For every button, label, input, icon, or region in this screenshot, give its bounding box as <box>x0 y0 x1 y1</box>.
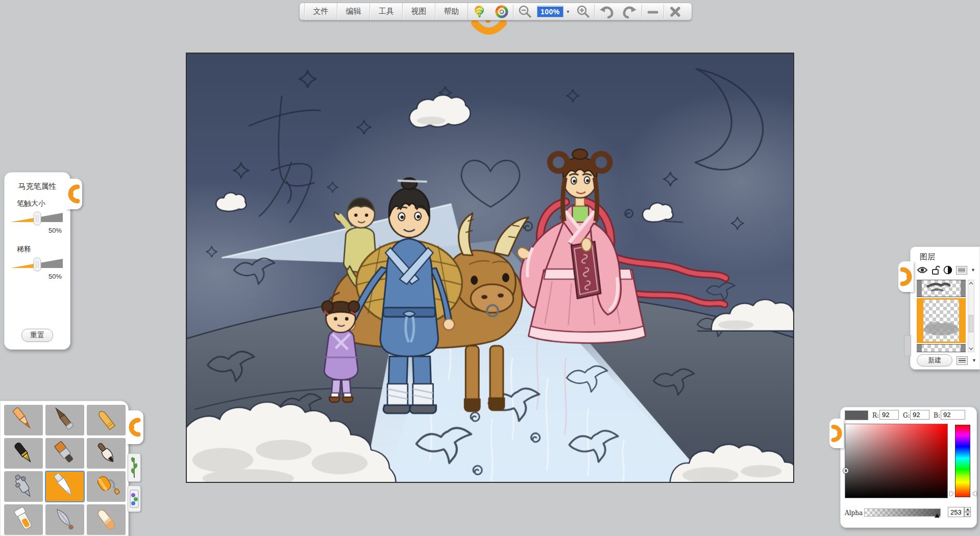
tool-charcoal-stick[interactable] <box>45 405 84 435</box>
layer-menu-caret[interactable]: ▼ <box>971 267 975 273</box>
layer-thumbnail-sketch[interactable] <box>917 280 966 297</box>
plant-icon <box>129 456 139 479</box>
dilute-value: 50% <box>48 273 62 280</box>
tool-colored-pencil[interactable] <box>4 405 43 435</box>
eye-icon[interactable] <box>917 266 928 274</box>
artwork-qixi-scene <box>187 54 793 482</box>
tool-palette-panel <box>0 401 129 536</box>
tool-eraser[interactable] <box>87 504 126 535</box>
alpha-spin-up[interactable] <box>964 507 971 512</box>
drawing-canvas[interactable] <box>186 53 794 483</box>
g-input[interactable] <box>910 410 929 420</box>
tool-flat-brush[interactable] <box>45 438 84 469</box>
tool-knife-pen[interactable] <box>45 504 84 535</box>
dilute-slider[interactable] <box>10 256 65 272</box>
layer-options-menu[interactable] <box>956 266 967 275</box>
scroll-down-arrow[interactable] <box>968 346 974 352</box>
zoom-level-box[interactable]: 100% <box>537 6 564 17</box>
tool-marker[interactable] <box>45 471 84 502</box>
b-label: B: <box>934 412 940 419</box>
orange-c-icon <box>899 266 913 287</box>
orange-c-icon <box>830 424 843 443</box>
plant-stamp-tab[interactable] <box>128 453 141 482</box>
brush-size-value: 50% <box>48 227 62 234</box>
app-window: { "toolbar": { "menus": ["文件", "编辑", "工具… <box>0 0 980 536</box>
marker-properties-panel: 马克笔属性 笔触大小 50% 稀释 50% 重置 <box>4 172 70 350</box>
alpha-slider-marker[interactable] <box>935 514 940 518</box>
alpha-slider[interactable] <box>864 508 941 517</box>
current-color-swatch[interactable] <box>845 410 868 420</box>
layer-thumbnail-selected[interactable] <box>917 298 966 343</box>
menu-file[interactable]: 文件 <box>305 3 337 20</box>
hue-marker-right[interactable] <box>972 491 976 496</box>
reset-button[interactable]: 重置 <box>21 329 53 342</box>
zoom-level-value[interactable]: 100% <box>537 7 563 17</box>
new-layer-menu[interactable] <box>957 356 968 365</box>
opacity-icon[interactable] <box>943 265 952 275</box>
menu-help[interactable]: 帮助 <box>435 3 468 20</box>
b-input[interactable] <box>941 410 965 420</box>
rainbow-tree-icon[interactable] <box>468 3 491 20</box>
scroll-thumb[interactable] <box>969 315 973 332</box>
scroll-up-arrow[interactable] <box>968 280 974 286</box>
alpha-spinner[interactable] <box>964 507 971 517</box>
dilute-label: 稀释 <box>17 245 31 254</box>
undo-icon[interactable] <box>595 3 618 20</box>
unlock-icon[interactable] <box>932 265 940 275</box>
tool-grid <box>4 405 128 535</box>
layers-panel-title: 图层 <box>920 252 935 262</box>
tool-paint-roller[interactable] <box>87 471 126 502</box>
orange-c-icon <box>128 417 141 438</box>
color-panel-collapse-handle[interactable] <box>829 419 844 448</box>
tool-panel-collapse-handle[interactable] <box>126 410 143 444</box>
menu-tools[interactable]: 工具 <box>370 3 403 20</box>
hue-bar[interactable] <box>955 425 970 497</box>
zoom-in-icon[interactable] <box>572 3 594 20</box>
new-layer-button[interactable]: 新建 <box>917 354 952 367</box>
alpha-label: Alpha <box>845 509 863 517</box>
brush-size-label: 笔触大小 <box>17 199 45 208</box>
new-layer-caret[interactable]: ▼ <box>972 358 976 363</box>
saturation-value-field[interactable] <box>845 424 948 498</box>
hidden-panel-stub[interactable] <box>904 335 911 356</box>
layers-panel-collapse-handle[interactable] <box>898 261 914 292</box>
layer-thumbnail-bottom[interactable] <box>917 344 966 352</box>
tool-paint-bottle[interactable] <box>4 504 43 535</box>
layer-list-scrollbar[interactable] <box>968 280 974 352</box>
tool-airbrush[interactable] <box>4 471 43 502</box>
layers-panel: 图层 ▼ <box>910 247 980 370</box>
g-label: G: <box>903 412 910 419</box>
hue-marker-left[interactable] <box>950 491 954 496</box>
r-input[interactable] <box>879 410 899 420</box>
sv-marker[interactable] <box>843 468 848 473</box>
tool-fountain-pen[interactable] <box>4 438 43 469</box>
menu-view[interactable]: 视图 <box>403 3 435 20</box>
rainbow-ring-icon[interactable] <box>491 3 513 20</box>
redo-icon[interactable] <box>618 3 642 20</box>
layer-list <box>917 280 966 352</box>
marker-panel-title: 马克笔属性 <box>5 182 70 191</box>
tool-crayon[interactable] <box>87 405 126 435</box>
marker-panel-collapse-handle[interactable] <box>66 179 82 209</box>
smiley-handle[interactable] <box>470 17 508 42</box>
sticker-icon <box>129 488 139 509</box>
minimize-icon[interactable] <box>642 3 664 20</box>
zoom-out-icon[interactable] <box>513 3 536 20</box>
alpha-input[interactable] <box>948 507 964 517</box>
menu-edit[interactable]: 编辑 <box>337 3 370 20</box>
brush-size-slider[interactable] <box>10 210 65 226</box>
color-picker-panel: R: G: B: Alpha <box>840 407 977 528</box>
main-toolbar: 文件 编辑 工具 视图 帮助 100% <box>299 3 692 20</box>
zoom-dropdown-caret[interactable]: ▾ <box>565 3 572 20</box>
sticker-picture-tab[interactable] <box>128 485 141 512</box>
toolbar-cap <box>300 3 305 20</box>
orange-c-icon <box>67 184 81 204</box>
alpha-spin-down[interactable] <box>964 512 971 517</box>
r-label: R: <box>872 412 879 419</box>
close-icon[interactable] <box>664 3 687 20</box>
tool-ink-brush[interactable] <box>87 438 126 469</box>
toolbar-cap <box>687 3 692 20</box>
